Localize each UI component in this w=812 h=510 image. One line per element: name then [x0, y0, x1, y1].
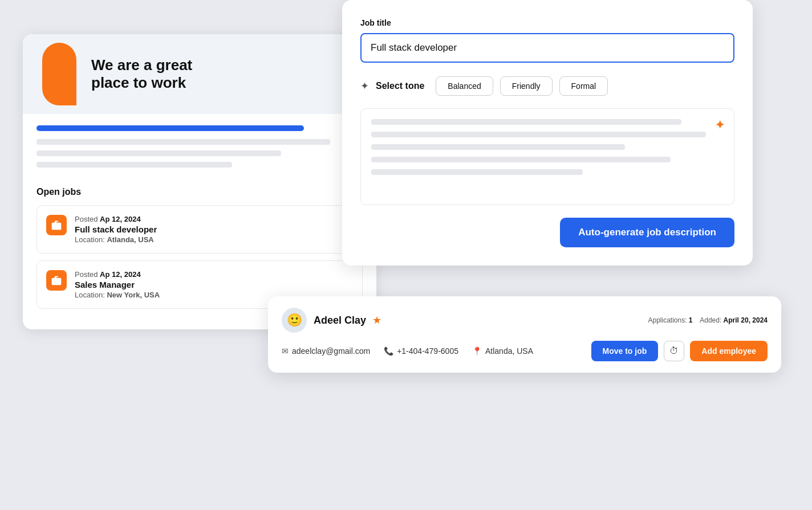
job-title-2: Sales Manager — [75, 280, 160, 289]
job-posted-1: Posted Ap 12, 2024 — [75, 215, 157, 223]
job-desc-panel: Job title ✦ Select tone Balanced Friendl… — [342, 0, 753, 266]
company-card: We are a greatplace to work Open jobs Po… — [23, 34, 376, 329]
candidate-location: Atlanda, USA — [485, 346, 533, 356]
location-item: 📍 Atlanda, USA — [472, 346, 533, 356]
add-employee-btn[interactable]: Add employee — [690, 341, 768, 361]
company-card-header: We are a greatplace to work — [23, 34, 376, 114]
candidate-email: adeelclay@gmail.com — [292, 346, 370, 356]
tone-btn-friendly[interactable]: Friendly — [500, 76, 553, 96]
tone-btn-balanced[interactable]: Balanced — [436, 76, 493, 96]
candidate-name: Adeel Clay — [314, 315, 366, 326]
applications-label: Applications: 1 — [648, 316, 692, 324]
desc-skeleton-5 — [371, 169, 583, 175]
sparkle-icon: ✦ — [715, 118, 725, 132]
job-icon-1 — [46, 215, 67, 235]
candidate-avatar: 🙂 — [282, 308, 307, 333]
location-icon: 📍 — [472, 346, 482, 356]
wand-icon: ✦ — [360, 80, 369, 92]
briefcase-icon-1 — [51, 219, 62, 231]
company-logo-shape — [42, 43, 76, 105]
skeleton-line-3 — [36, 162, 232, 168]
move-to-job-btn[interactable]: Move to job — [591, 341, 659, 361]
company-tagline: We are a greatplace to work — [91, 56, 192, 92]
job-title-input[interactable] — [360, 33, 734, 63]
history-btn[interactable]: ⏱ — [664, 341, 684, 361]
phone-icon: 📞 — [384, 346, 393, 356]
tone-btn-formal[interactable]: Formal — [559, 76, 608, 96]
open-jobs-section: Open jobs Posted Ap 12, 2024 Full stack … — [23, 187, 376, 309]
desc-textarea-area: ✦ — [360, 108, 734, 205]
job-title-label: Job title — [360, 18, 734, 27]
candidate-name-block: Adeel Clay ★ — [314, 314, 381, 327]
skeleton-line-1 — [36, 139, 330, 145]
desc-skeleton-3 — [371, 144, 625, 150]
job-location-1: Location: Atlanda, USA — [75, 235, 157, 244]
company-body — [23, 114, 376, 185]
candidate-meta: Applications: 1 Added: April 20, 2024 — [648, 316, 768, 324]
candidate-info-row: ✉ adeelclay@gmail.com 📞 +1-404-479-6005 … — [282, 346, 533, 356]
candidate-header: 🙂 Adeel Clay ★ Applications: 1 Added: Ap… — [282, 308, 768, 333]
desc-skeleton-2 — [371, 132, 706, 137]
briefcase-icon-2 — [51, 275, 62, 286]
skeleton-line-2 — [36, 150, 281, 156]
email-item: ✉ adeelclay@gmail.com — [282, 346, 370, 356]
action-group: Move to job ⏱ Add employee — [591, 341, 768, 361]
tone-label: Select tone — [376, 81, 424, 91]
phone-item: 📞 +1-404-479-6005 — [384, 346, 458, 356]
desc-skeleton-1 — [371, 119, 681, 125]
job-location-2: Location: New York, USA — [75, 291, 160, 299]
job-title-1: Full stack developer — [75, 225, 157, 234]
candidate-card: 🙂 Adeel Clay ★ Applications: 1 Added: Ap… — [268, 296, 781, 373]
added-label: Added: April 20, 2024 — [700, 316, 768, 324]
candidate-actions-row: ✉ adeelclay@gmail.com 📞 +1-404-479-6005 … — [282, 341, 768, 361]
mail-icon: ✉ — [282, 346, 289, 356]
autogen-btn[interactable]: Auto-generate job description — [560, 218, 734, 247]
company-logo — [36, 40, 82, 108]
job-posted-2: Posted Ap 12, 2024 — [75, 270, 160, 279]
open-jobs-title: Open jobs — [36, 187, 363, 197]
job-details-1: Posted Ap 12, 2024 Full stack developer … — [75, 215, 157, 244]
company-progress-bar — [36, 125, 304, 131]
job-item-1[interactable]: Posted Ap 12, 2024 Full stack developer … — [36, 205, 363, 254]
candidate-phone: +1-404-479-6005 — [397, 346, 458, 356]
desc-skeleton-4 — [371, 157, 671, 162]
job-icon-2 — [46, 270, 67, 291]
star-icon: ★ — [372, 315, 381, 326]
candidate-left: 🙂 Adeel Clay ★ — [282, 308, 381, 333]
job-details-2: Posted Ap 12, 2024 Sales Manager Locatio… — [75, 270, 160, 299]
tone-row: ✦ Select tone Balanced Friendly Formal — [360, 76, 734, 96]
